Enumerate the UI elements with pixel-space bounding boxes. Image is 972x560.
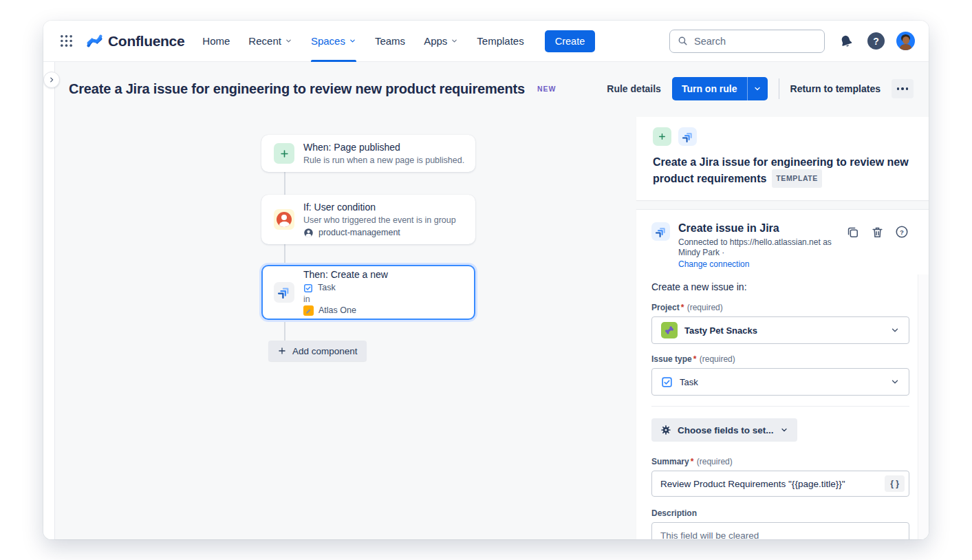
nav-item-teams[interactable]: Teams bbox=[375, 21, 405, 62]
chevron-down-icon bbox=[753, 85, 762, 93]
screenshot-stage: Confluence Home Recent Spaces T bbox=[0, 0, 972, 560]
rule-canvas: When: Page published Rule is run when a … bbox=[55, 116, 636, 539]
summary-field-label: Summary* (required) bbox=[651, 457, 909, 466]
action-connector-word: in bbox=[303, 294, 388, 305]
template-badge: TEMPLATE bbox=[772, 169, 822, 188]
group-person-icon bbox=[303, 228, 314, 238]
help-circle-icon[interactable]: ? bbox=[894, 224, 909, 239]
rule-details-button[interactable]: Rule details bbox=[607, 83, 661, 94]
rule-side-panel: Create a Jira issue for engineering to r… bbox=[636, 116, 929, 539]
panel-rule-title: Create a Jira issue for engineering to r… bbox=[653, 155, 912, 188]
nav-item-recent[interactable]: Recent bbox=[248, 21, 292, 62]
primary-nav: Home Recent Spaces Teams Apps bbox=[202, 21, 523, 62]
expand-sidebar-button[interactable] bbox=[43, 72, 60, 88]
action-project-value: Atlas One bbox=[318, 305, 356, 316]
app-window: Confluence Home Recent Spaces T bbox=[43, 21, 929, 539]
issue-type-field-label: Issue type* (required) bbox=[651, 354, 909, 364]
search-box[interactable] bbox=[669, 30, 825, 53]
project-value: Tasty Pet Snacks bbox=[684, 325, 757, 336]
component-config-card: Create issue in Jira Connected to https:… bbox=[636, 210, 929, 539]
rule-header: Create a Jira issue for engineering to r… bbox=[55, 62, 929, 116]
chevron-down-icon bbox=[451, 37, 458, 45]
condition-card-user-condition[interactable]: If: User condition User who triggered th… bbox=[261, 195, 475, 244]
summary-input-wrap: { } bbox=[651, 471, 909, 497]
project-avatar-icon bbox=[661, 322, 678, 338]
chevron-down-icon bbox=[890, 325, 900, 335]
nav-item-templates[interactable]: Templates bbox=[477, 21, 523, 62]
delete-trash-icon[interactable] bbox=[870, 224, 885, 239]
description-field-label: Description bbox=[651, 508, 909, 518]
project-select[interactable]: Tasty Pet Snacks bbox=[651, 316, 909, 344]
jira-icon bbox=[678, 127, 697, 146]
content-area: Create a Jira issue for engineering to r… bbox=[43, 62, 929, 539]
top-nav: Confluence Home Recent Spaces T bbox=[43, 21, 929, 62]
jira-icon bbox=[651, 222, 670, 241]
project-avatar-icon bbox=[303, 305, 314, 316]
divider bbox=[651, 406, 909, 407]
condition-title: If: User condition bbox=[303, 202, 456, 213]
rule-summary-card: Create a Jira issue for engineering to r… bbox=[636, 117, 929, 200]
nav-item-home[interactable]: Home bbox=[202, 21, 230, 62]
task-checkbox-icon bbox=[303, 283, 313, 293]
add-component-button[interactable]: Add component bbox=[268, 341, 367, 361]
divider bbox=[779, 78, 779, 99]
person-icon bbox=[277, 212, 292, 227]
description-textarea-wrap: { } bbox=[651, 522, 909, 539]
plus-icon bbox=[277, 346, 287, 356]
trigger-subtitle: Rule is run when a new page is published… bbox=[303, 155, 464, 166]
connection-status: Connected to https://hello.atlassian.net… bbox=[678, 237, 845, 258]
confluence-logo[interactable]: Confluence bbox=[86, 32, 184, 50]
task-checkbox-icon bbox=[661, 376, 673, 388]
summary-input[interactable] bbox=[660, 479, 885, 489]
connector-line bbox=[284, 172, 285, 195]
condition-subtitle: User who triggered the event is in group bbox=[303, 215, 456, 226]
more-actions-button[interactable] bbox=[892, 79, 914, 98]
issue-type-select[interactable]: Task bbox=[651, 368, 909, 396]
trigger-plus-icon bbox=[274, 143, 294, 164]
turn-on-rule-dropdown[interactable] bbox=[747, 77, 768, 100]
connector-line bbox=[284, 320, 285, 341]
search-icon bbox=[677, 35, 689, 47]
description-textarea[interactable] bbox=[652, 523, 909, 539]
nav-item-spaces[interactable]: Spaces bbox=[311, 21, 356, 62]
turn-on-rule-button[interactable]: Turn on rule bbox=[672, 77, 768, 100]
trigger-title: When: Page published bbox=[303, 142, 464, 153]
jira-icon bbox=[274, 282, 294, 303]
user-condition-icon bbox=[274, 209, 294, 230]
action-card-create-issue[interactable]: Then: Create a new Task in bbox=[261, 265, 475, 320]
notifications-bell-icon[interactable] bbox=[836, 32, 856, 51]
chevron-down-icon bbox=[285, 37, 292, 45]
action-title: Then: Create a new bbox=[303, 269, 388, 281]
gear-icon bbox=[660, 424, 671, 435]
action-issue-type: Task bbox=[318, 283, 336, 293]
trigger-plus-icon bbox=[653, 127, 671, 146]
change-connection-link[interactable]: Change connection bbox=[678, 259, 845, 269]
collapsed-sidebar-rail bbox=[43, 62, 55, 539]
new-badge: NEW bbox=[537, 85, 557, 93]
search-input[interactable] bbox=[694, 36, 823, 47]
condition-group-value: product-management bbox=[318, 228, 400, 238]
trigger-card-page-published[interactable]: When: Page published Rule is run when a … bbox=[261, 135, 475, 172]
help-icon[interactable]: ? bbox=[867, 32, 885, 50]
brand-name: Confluence bbox=[108, 33, 184, 50]
create-button[interactable]: Create bbox=[545, 30, 596, 52]
panel-gap bbox=[636, 200, 929, 210]
svg-text:?: ? bbox=[900, 228, 904, 236]
duplicate-icon[interactable] bbox=[845, 224, 860, 239]
issue-type-value: Task bbox=[680, 377, 698, 387]
page-title: Create a Jira issue for engineering to r… bbox=[69, 81, 525, 97]
chevron-down-icon bbox=[349, 37, 356, 45]
user-avatar[interactable] bbox=[896, 32, 915, 50]
chevron-right-icon bbox=[48, 76, 55, 83]
chevron-down-icon bbox=[780, 426, 788, 434]
nav-item-apps[interactable]: Apps bbox=[424, 21, 458, 62]
smart-values-button[interactable]: { } bbox=[885, 475, 905, 492]
panel-scrollbar[interactable] bbox=[918, 274, 929, 539]
app-switcher-icon[interactable] bbox=[56, 31, 76, 52]
confluence-logo-icon bbox=[86, 32, 103, 50]
connector-line bbox=[284, 244, 285, 265]
return-to-templates-button[interactable]: Return to templates bbox=[790, 83, 881, 94]
create-issue-intro: Create a new issue in: bbox=[651, 281, 909, 292]
component-title: Create issue in Jira bbox=[678, 222, 845, 235]
choose-fields-button[interactable]: Choose fields to set... bbox=[651, 418, 797, 442]
